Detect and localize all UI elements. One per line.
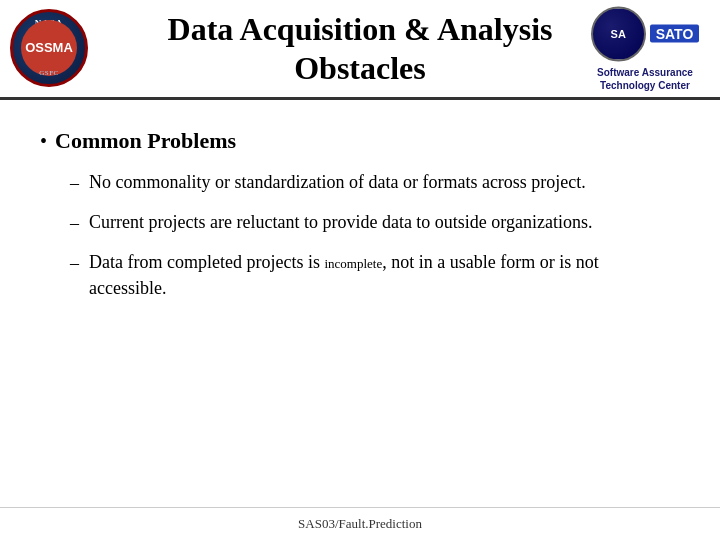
bullet-text-3: Data from completed projects is incomple… [89,250,680,300]
bullet-text-1: No commonality or standardization of dat… [89,170,680,195]
list-item: – Data from completed projects is incomp… [70,250,680,300]
dash-1: – [70,171,79,196]
section-label: Common Problems [55,128,236,154]
section-bullet: • [40,130,47,153]
satc-logo: SA SATO Software AssuranceTechnology Cen… [580,11,710,86]
bullets-list: – No commonality or standardization of d… [40,170,680,301]
nasa-ossma-logo: NASA OSSMA GSFC [10,9,90,89]
slide-title: Data Acquisition & Analysis Obstacles [48,10,673,87]
footer-label: SAS03/Fault.Prediction [298,516,422,531]
bullet-text-2: Current projects are reluctant to provid… [89,210,680,235]
section-heading: • Common Problems [40,128,680,154]
content-area: • Common Problems – No commonality or st… [0,100,720,507]
title-line2: Obstacles [294,50,426,86]
inline-small-text: incomplete [324,256,382,271]
dash-3: – [70,251,79,276]
slide-container: NASA OSSMA GSFC Data Acquisition & Analy… [0,0,720,540]
title-line1: Data Acquisition & Analysis [168,11,553,47]
footer: SAS03/Fault.Prediction [0,507,720,540]
list-item: – Current projects are reluctant to prov… [70,210,680,236]
header: NASA OSSMA GSFC Data Acquisition & Analy… [0,0,720,100]
dash-2: – [70,211,79,236]
list-item: – No commonality or standardization of d… [70,170,680,196]
